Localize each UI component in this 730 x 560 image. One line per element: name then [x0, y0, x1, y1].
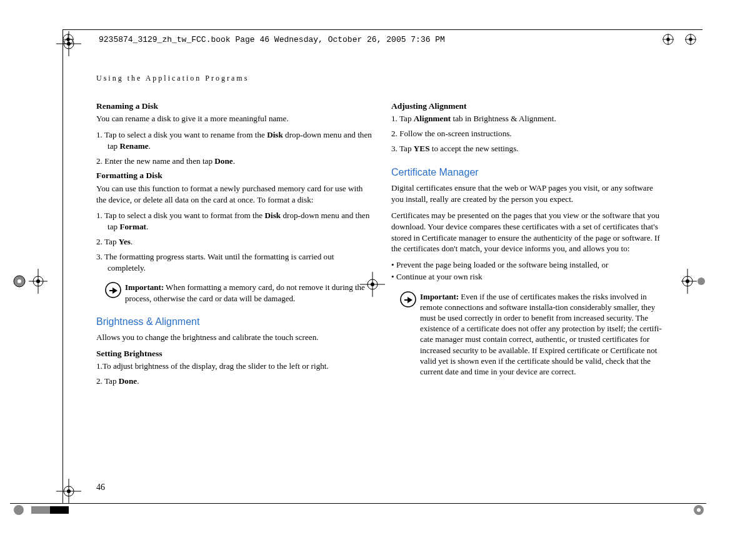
heading-adjusting-alignment: Adjusting Alignment — [391, 101, 668, 112]
important-note: Important: Even if the use of certificat… — [400, 291, 668, 377]
paragraph: You can use this function to format a ne… — [96, 183, 372, 206]
step: 2. Tap Done. — [96, 376, 372, 387]
running-head: Using the Application Programs — [96, 74, 668, 83]
svg-point-17 — [18, 279, 21, 283]
step: 1.To adjust brightness of the display, d… — [96, 361, 372, 372]
heading-renaming: Renaming a Disk — [96, 101, 372, 112]
note-text: Important: When formatting a memory card… — [125, 282, 372, 303]
register-dot-icon — [692, 504, 705, 516]
left-column: Renaming a Disk You can rename a disk to… — [96, 99, 372, 391]
color-bar-icon — [12, 504, 75, 516]
svg-point-16 — [14, 276, 25, 287]
step: 1. Tap to select a disk you want to rena… — [96, 129, 372, 152]
svg-point-32 — [682, 276, 692, 286]
step: 2. Enter the new name and then tap Done. — [96, 156, 372, 167]
doc-header: 9235874_3129_zh_tw_FCC.book Page 46 Wedn… — [62, 29, 702, 45]
bullet-item: • Continue at your own risk — [391, 271, 668, 282]
note-text: Important: Even if the use of certificat… — [420, 291, 668, 377]
register-mark-icon — [685, 34, 696, 45]
crop-mark-icon — [681, 269, 706, 294]
bullet-item: • Prevent the page being loaded or the s… — [391, 259, 668, 271]
svg-point-35 — [14, 505, 24, 515]
heading-setting-brightness: Setting Brightness — [96, 348, 372, 359]
paragraph: Digital certificates ensure that the web… — [391, 182, 668, 205]
section-brightness: Brightness & Alignment — [96, 315, 372, 329]
hand-pointer-icon — [400, 291, 418, 311]
important-note: Important: When formatting a memory card… — [105, 282, 372, 303]
paragraph: Certificates may be presented on the pag… — [391, 210, 668, 254]
page-content: Using the Application Programs Renaming … — [96, 74, 668, 498]
step: 2. Follow the on-screen instructions. — [391, 128, 668, 139]
step: 2. Tap Yes. — [96, 236, 372, 248]
two-column-layout: Renaming a Disk You can rename a disk to… — [96, 99, 668, 391]
step: 1. Tap Alignment tab in Brightness & Ali… — [391, 113, 668, 124]
step: 1. Tap to select a disk you want to form… — [96, 210, 372, 232]
hand-pointer-icon — [105, 282, 122, 301]
step: 3. Tap YES to accept the new settings. — [391, 143, 668, 154]
svg-point-34 — [698, 278, 705, 285]
crop-mark-icon — [10, 269, 48, 294]
svg-point-38 — [694, 505, 704, 515]
frame-left-line — [62, 29, 63, 504]
register-mark-icon — [662, 34, 674, 45]
svg-point-21 — [36, 279, 40, 283]
frame-bottom-line — [10, 503, 706, 504]
header-icons — [662, 34, 696, 45]
paragraph: You can rename a disk to give it a more … — [96, 113, 372, 124]
svg-point-33 — [686, 279, 689, 283]
header-filename: 9235874_3129_zh_tw_FCC.book Page 46 Wedn… — [99, 35, 445, 44]
section-certificate-manager: Certificate Manager — [391, 166, 668, 179]
svg-point-39 — [697, 508, 701, 512]
paragraph: Allows you to change the brightness and … — [96, 332, 372, 343]
page-number: 46 — [96, 482, 105, 492]
svg-rect-37 — [31, 506, 50, 514]
svg-point-25 — [67, 489, 71, 493]
svg-rect-36 — [31, 506, 69, 514]
crop-mark-icon — [56, 479, 81, 504]
svg-point-20 — [33, 276, 43, 286]
register-mark-icon — [62, 34, 74, 45]
step: 3. The formatting progress starts. Wait … — [96, 251, 372, 274]
heading-formatting: Formatting a Disk — [96, 170, 372, 181]
right-column: Adjusting Alignment 1. Tap Alignment tab… — [391, 99, 668, 391]
svg-point-24 — [64, 486, 74, 496]
